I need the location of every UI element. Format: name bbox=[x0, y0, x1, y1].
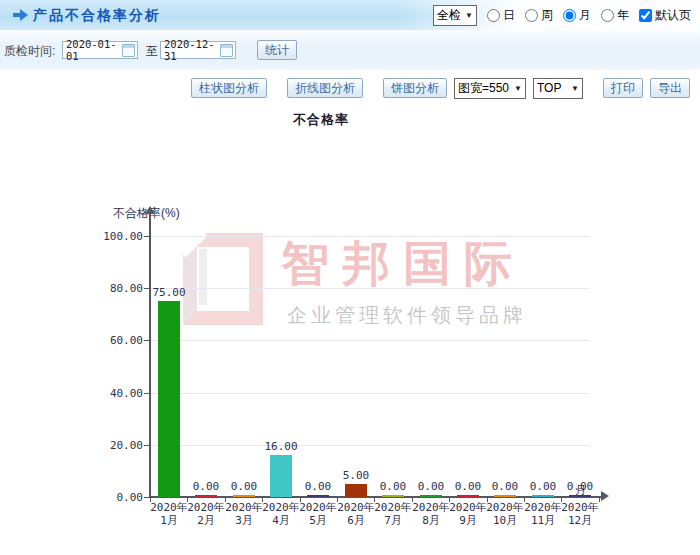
inspect-type-select[interactable]: 全检 ▼ bbox=[433, 5, 477, 26]
y-tick-label: 60.00 bbox=[95, 334, 143, 347]
x-category-month: 12月 bbox=[551, 514, 609, 527]
quality-analysis-page: 产品不合格率分析 全检 ▼ 日 周 月 年 bbox=[0, 0, 700, 555]
period-radio-year-input[interactable] bbox=[601, 9, 614, 22]
bar-month-10 bbox=[494, 495, 516, 497]
x-axis-unit-label: 月 bbox=[575, 483, 586, 498]
y-tick-label: 80.00 bbox=[95, 282, 143, 295]
bar-month-3 bbox=[233, 495, 255, 497]
bar-value-label: 0.00 bbox=[214, 480, 274, 493]
default-page-checkbox[interactable]: 默认页 bbox=[639, 7, 691, 24]
bar-month-7 bbox=[382, 495, 404, 497]
bar-value-label: 16.00 bbox=[251, 440, 311, 453]
period-radio-month-label: 月 bbox=[579, 7, 591, 24]
period-radio-week[interactable]: 周 bbox=[525, 7, 553, 24]
gridline bbox=[151, 236, 589, 237]
bar-month-5 bbox=[307, 495, 329, 497]
y-tick-label: 0.00 bbox=[95, 491, 143, 504]
default-page-checkbox-input[interactable] bbox=[639, 9, 652, 22]
period-radio-week-input[interactable] bbox=[525, 9, 538, 22]
y-tick-label: 40.00 bbox=[95, 387, 143, 400]
period-radio-year-label: 年 bbox=[617, 7, 629, 24]
chevron-down-icon: ▼ bbox=[465, 11, 473, 20]
x-category-label: 2020年12月 bbox=[551, 501, 609, 527]
bar-month-8 bbox=[420, 495, 442, 497]
period-radio-day-label: 日 bbox=[503, 7, 515, 24]
header-controls: 全检 ▼ 日 周 月 年 默认页 bbox=[433, 4, 691, 26]
y-axis-arrow-icon bbox=[145, 206, 155, 214]
gridline bbox=[151, 340, 589, 341]
period-radio-year[interactable]: 年 bbox=[601, 7, 629, 24]
inspect-type-value: 全检 bbox=[437, 7, 461, 24]
x-category-year: 2020年 bbox=[551, 501, 609, 514]
period-radio-week-label: 周 bbox=[541, 7, 553, 24]
period-radio-month[interactable]: 月 bbox=[563, 7, 591, 24]
bar-value-label: 75.00 bbox=[139, 286, 199, 299]
bar-month-9 bbox=[457, 495, 479, 497]
period-radio-day-input[interactable] bbox=[487, 9, 500, 22]
gridline bbox=[151, 445, 589, 446]
defect-rate-bar-chart: 不合格率(%)0.0020.0040.0060.0080.00100.0075.… bbox=[0, 0, 700, 555]
bar-month-11 bbox=[532, 495, 554, 497]
period-radio-month-input[interactable] bbox=[563, 9, 576, 22]
period-radio-day[interactable]: 日 bbox=[487, 7, 515, 24]
bar-month-1 bbox=[158, 301, 180, 497]
default-page-checkbox-label: 默认页 bbox=[655, 7, 691, 24]
page-title: 产品不合格率分析 bbox=[33, 7, 161, 25]
title-arrow-icon bbox=[13, 9, 29, 21]
y-axis-line bbox=[149, 214, 151, 498]
gridline bbox=[151, 393, 589, 394]
gridline bbox=[151, 288, 589, 289]
bar-month-2 bbox=[195, 495, 217, 497]
y-tick-label: 100.00 bbox=[95, 230, 143, 243]
y-tick-label: 20.00 bbox=[95, 439, 143, 452]
